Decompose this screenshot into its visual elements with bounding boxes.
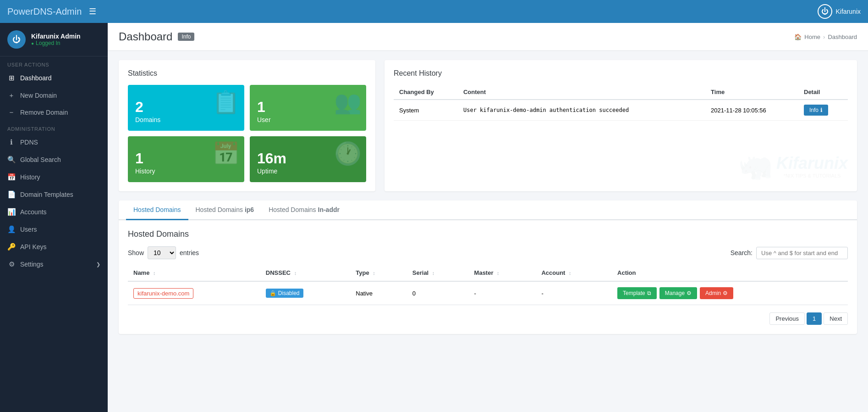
api-key-icon: 🔑 (7, 243, 16, 251)
stat-history[interactable]: 📅 1 History (128, 136, 244, 182)
domains-table: Name ↕ DNSSEC ↕ Type ↕ Serial ↕ Master ↕… (128, 265, 848, 305)
watermark: 🦏 Kifarunix *NIX TIPS & TUTORIALS (738, 150, 848, 182)
history-icon: 📅 (7, 173, 16, 181)
hamburger-menu[interactable]: ☰ (89, 6, 96, 17)
main-content: Dashboard Info 🏠 Home › Dashboard Statis… (108, 23, 868, 412)
col-action: Action (612, 265, 848, 281)
entries-select[interactable]: 10 25 50 100 (148, 246, 176, 259)
col-serial[interactable]: Serial ↕ (407, 265, 469, 281)
breadcrumb-home-link[interactable]: Home (804, 33, 820, 40)
dnssec-badge: 🔒 Disabled (266, 289, 303, 298)
settings-icon: ⚙ (7, 260, 16, 268)
sidebar-item-label: New Domain (20, 92, 57, 99)
sidebar: ⏻ Kifarunix Admin Logged In USER ACTIONS… (0, 23, 108, 412)
manage-button[interactable]: Manage ⚙ (659, 287, 697, 299)
uptime-stat-icon: 🕐 (334, 141, 362, 167)
history-changed-by: System (394, 100, 458, 121)
sidebar-item-remove-domain[interactable]: − Remove Domain (0, 104, 108, 121)
template-btn-label: Template (623, 290, 645, 296)
action-buttons: Template ⧉ Manage ⚙ Admin (617, 287, 842, 299)
domain-link[interactable]: kifarunix-demo.com (133, 288, 193, 299)
manage-btn-label: Manage (665, 290, 685, 296)
stat-domains-label: Domains (135, 116, 237, 123)
sidebar-item-label: Settings (20, 261, 44, 268)
info-icon: ℹ (7, 138, 16, 146)
col-detail: Detail (798, 85, 848, 100)
stat-uptime[interactable]: 🕐 16m Uptime (250, 136, 366, 182)
page-title-area: Dashboard Info (119, 30, 194, 43)
next-page-button[interactable]: Next (824, 312, 848, 325)
stat-domains[interactable]: 📋 2 Domains (128, 85, 244, 131)
sidebar-user-area: ⏻ Kifarunix Admin Logged In (0, 23, 108, 56)
template-button[interactable]: Template ⧉ (617, 287, 657, 299)
col-time: Time (705, 85, 798, 100)
sidebar-item-settings[interactable]: ⚙ Settings ❯ (0, 256, 108, 273)
col-dnssec[interactable]: DNSSEC ↕ (260, 265, 350, 281)
sidebar-item-api-keys[interactable]: 🔑 API Keys (0, 238, 108, 256)
sort-icon-type: ↕ (373, 270, 375, 276)
history-detail: Info ℹ (798, 100, 848, 121)
domain-name-cell: kifarunix-demo.com (128, 281, 260, 305)
action-cell: Template ⧉ Manage ⚙ Admin (612, 281, 848, 305)
admin-button[interactable]: Admin ⚙ (700, 287, 733, 299)
table-controls: Show 10 25 50 100 entries Search: (128, 246, 848, 259)
tab-hosted-domains[interactable]: Hosted Domains (126, 200, 188, 220)
sidebar-item-accounts[interactable]: 📊 Accounts (0, 203, 108, 221)
prev-page-button[interactable]: Previous (769, 312, 805, 325)
sidebar-item-global-search[interactable]: 🔍 Global Search (0, 151, 108, 168)
section-administration: ADMINISTRATION (0, 121, 108, 134)
main-layout: ⏻ Kifarunix Admin Logged In USER ACTIONS… (0, 23, 868, 412)
sort-icon-dnssec: ↕ (294, 270, 297, 276)
stats-grid: 📋 2 Domains 👥 1 User 📅 1 Histor (128, 85, 366, 182)
sort-icon-account: ↕ (569, 270, 571, 276)
sidebar-item-domain-templates[interactable]: 📄 Domain Templates (0, 186, 108, 203)
tabs-nav: Hosted Domains Hosted Domains ip6 Hosted… (119, 200, 857, 220)
navbar-right: ⏻ Kifarunix (818, 4, 861, 19)
sidebar-item-dashboard[interactable]: ⊞ Dashboard (0, 69, 108, 87)
sidebar-item-new-domain[interactable]: + New Domain (0, 87, 108, 104)
history-stat-icon: 📅 (212, 141, 240, 167)
account-cell: - (536, 281, 612, 305)
stat-users[interactable]: 👥 1 User (250, 85, 366, 131)
tab-hosted-domains-in-addr[interactable]: Hosted Domains In-addr (261, 200, 347, 220)
gear-icon: ⚙ (687, 290, 692, 296)
statistics-card: Statistics 📋 2 Domains 👥 1 User (119, 60, 375, 191)
page-title: Dashboard (119, 30, 172, 43)
show-label: Show (128, 249, 144, 256)
sidebar-item-label: Dashboard (20, 74, 52, 82)
pagination: Previous 1 Next (128, 312, 848, 325)
sidebar-item-pdns[interactable]: ℹ PDNS (0, 134, 108, 151)
sidebar-item-label: Domain Templates (20, 191, 73, 198)
stat-users-label: User (257, 116, 359, 123)
page-1-button[interactable]: 1 (807, 312, 822, 325)
dashboard-icon: ⊞ (7, 74, 16, 82)
watermark-rhino: 🦏 (738, 150, 773, 182)
admin-gear-icon: ⚙ (723, 290, 728, 296)
search-input[interactable] (756, 247, 848, 259)
col-type[interactable]: Type ↕ (350, 265, 407, 281)
sidebar-item-history[interactable]: 📅 History (0, 168, 108, 186)
sidebar-item-label: History (20, 173, 40, 181)
recent-history-card: Recent History Changed By Content Time D… (385, 60, 857, 191)
sidebar-item-label: Remove Domain (20, 109, 68, 116)
chevron-right-icon: ❯ (96, 262, 100, 267)
col-name[interactable]: Name ↕ (128, 265, 260, 281)
power-icon[interactable]: ⏻ (818, 4, 832, 19)
breadcrumb-home-icon: 🏠 (794, 33, 802, 40)
info-btn-label: Info (809, 107, 819, 113)
statistics-title: Statistics (128, 69, 366, 78)
users-stat-icon: 👥 (334, 89, 362, 115)
info-button[interactable]: Info ℹ (804, 105, 828, 116)
brand-logo: PowerDNS-Admin (7, 6, 82, 17)
sort-icon-name: ↕ (153, 270, 156, 276)
dnssec-cell: 🔒 Disabled (260, 281, 350, 305)
recent-history-title: Recent History (394, 69, 848, 78)
sidebar-item-label: Global Search (20, 156, 61, 163)
table-row: kifarunix-demo.com 🔒 Disabled Native 0 (128, 281, 848, 305)
col-account[interactable]: Account ↕ (536, 265, 612, 281)
tab-hosted-domains-ip6[interactable]: Hosted Domains ip6 (188, 200, 262, 220)
sidebar-item-users[interactable]: 👤 Users (0, 221, 108, 238)
col-master[interactable]: Master ↕ (469, 265, 536, 281)
stat-history-label: History (135, 167, 237, 175)
search-label: Search: (731, 249, 753, 256)
